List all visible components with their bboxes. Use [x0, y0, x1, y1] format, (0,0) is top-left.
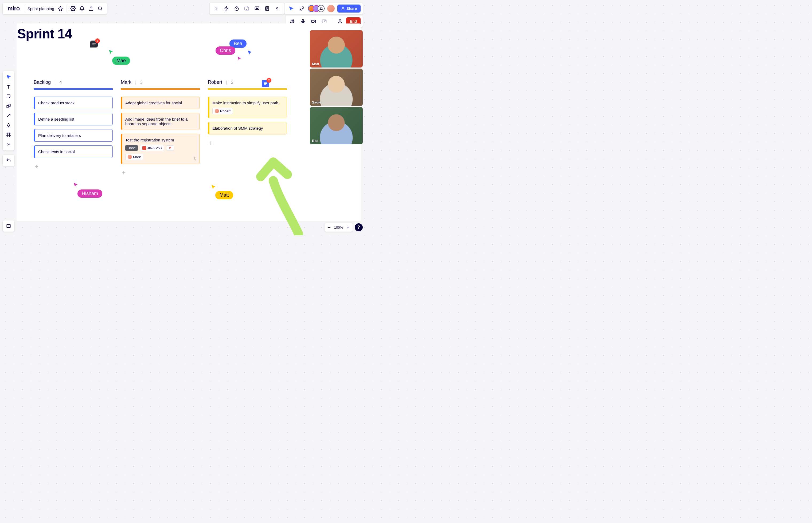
- tools-toolbar: [3, 71, 14, 150]
- reactions-icon[interactable]: [297, 4, 306, 13]
- column-count: 4: [59, 80, 62, 85]
- collab-toolbar: 12 Share: [284, 3, 363, 14]
- column-name: Robert: [208, 79, 222, 85]
- participant-avatars[interactable]: 12: [308, 5, 325, 12]
- column-name: Mark: [121, 79, 132, 85]
- frame-tool-icon[interactable]: [4, 130, 13, 139]
- video-name: Matt: [312, 62, 319, 66]
- add-card-button[interactable]: +: [34, 162, 40, 171]
- assignee-chip[interactable]: Mark: [125, 154, 143, 160]
- card-text: Check product stock: [38, 101, 74, 105]
- zoom-out-button[interactable]: −: [326, 224, 332, 230]
- video-name: Bea: [312, 139, 318, 143]
- share-button[interactable]: Share: [338, 4, 361, 13]
- cursor-hisham: Hisham: [77, 190, 102, 198]
- avatar-overflow[interactable]: 12: [317, 5, 325, 12]
- board-name[interactable]: Sprint planning: [26, 6, 56, 11]
- card-text: Adapt global creatives for social: [125, 101, 182, 105]
- card[interactable]: Make instruction to simplify user path R…: [208, 96, 287, 118]
- chevron-right-icon[interactable]: [212, 4, 221, 13]
- help-button[interactable]: ?: [355, 223, 363, 231]
- assignee-name: Robert: [220, 109, 230, 113]
- zoom-in-button[interactable]: +: [345, 224, 351, 230]
- export-icon[interactable]: [87, 4, 96, 13]
- comment-icon[interactable]: 3: [90, 40, 98, 48]
- card[interactable]: Check product stock: [34, 96, 113, 109]
- card-text: Elaboration of SMM strategy: [212, 126, 263, 130]
- column-count: 3: [140, 80, 142, 85]
- card[interactable]: Define a seeding list: [34, 113, 113, 125]
- status-chip[interactable]: Done: [125, 145, 138, 151]
- card-text: Add image ideas from the brief to a boar…: [125, 117, 188, 126]
- svg-rect-10: [302, 19, 304, 22]
- jira-id: JIRA-253: [147, 146, 161, 150]
- jira-icon: [142, 146, 146, 150]
- more-tools-icon[interactable]: [4, 140, 13, 149]
- card-meta: Done JIRA-253: [125, 145, 195, 151]
- svg-rect-11: [311, 20, 314, 22]
- svg-rect-3: [245, 7, 249, 10]
- timer-icon[interactable]: [232, 4, 241, 13]
- cursor-icon: [237, 56, 242, 62]
- avatar-icon: [128, 155, 132, 159]
- miro-logo[interactable]: miro: [5, 5, 22, 12]
- card[interactable]: Test the registration system Done JIRA-2…: [121, 134, 200, 164]
- sticky-tool-icon[interactable]: [4, 92, 13, 101]
- cursor-chris: Chris: [215, 47, 235, 55]
- cursor-follow-icon[interactable]: [287, 4, 296, 13]
- pen-tool-icon[interactable]: [4, 121, 13, 130]
- card-meta: Mark: [125, 154, 195, 160]
- present-icon[interactable]: [253, 4, 261, 13]
- column-robert[interactable]: Robert | 2 Make instruction to simplify …: [208, 79, 287, 177]
- more-icon[interactable]: [273, 4, 282, 13]
- bolt-icon[interactable]: [222, 4, 231, 13]
- embed-icon[interactable]: [242, 4, 251, 13]
- board-title[interactable]: Sprint 14: [17, 26, 72, 42]
- apps-toolbar: [210, 3, 284, 14]
- card[interactable]: Adapt global creatives for social: [121, 96, 200, 109]
- star-icon[interactable]: [56, 4, 65, 13]
- self-avatar[interactable]: [327, 5, 335, 12]
- text-tool-icon[interactable]: [4, 82, 13, 91]
- settings-icon[interactable]: [68, 4, 77, 13]
- shape-tool-icon[interactable]: [4, 102, 13, 110]
- arrow-tool-icon[interactable]: [4, 111, 13, 120]
- column-header: Robert | 2: [208, 79, 287, 90]
- panel-icon: [4, 221, 13, 231]
- column-backlog[interactable]: Backlog | 4 Check product stock Define a…: [34, 79, 113, 177]
- zoom-level[interactable]: 100%: [334, 226, 343, 230]
- video-tile-sadie[interactable]: Sadie: [310, 69, 363, 106]
- jira-chip[interactable]: JIRA-253: [140, 145, 164, 151]
- cursor-icon: [73, 182, 79, 189]
- undo-toolbar: [3, 155, 14, 166]
- search-icon[interactable]: [96, 4, 105, 13]
- assignee-chip[interactable]: Robert: [212, 108, 233, 114]
- column-mark[interactable]: Mark | 3 Adapt global creatives for soci…: [121, 79, 200, 177]
- card[interactable]: Elaboration of SMM strategy: [208, 122, 287, 134]
- minimap-button[interactable]: [3, 220, 14, 232]
- divider: |: [135, 80, 136, 85]
- svg-point-6: [342, 7, 344, 8]
- cursor-icon: [210, 184, 217, 191]
- share-label: Share: [346, 6, 357, 11]
- card[interactable]: Add image ideas from the brief to a boar…: [121, 113, 200, 130]
- select-tool-icon[interactable]: [4, 73, 13, 82]
- comment-badge: 3: [95, 38, 100, 43]
- zoom-box: − 100% +: [325, 223, 352, 232]
- svg-point-8: [292, 20, 293, 21]
- priority-chip[interactable]: [166, 145, 174, 151]
- video-tile-matt[interactable]: Matt: [310, 30, 363, 68]
- add-card-button[interactable]: +: [208, 138, 214, 148]
- add-card-button[interactable]: +: [121, 168, 127, 177]
- card[interactable]: Check texts in social: [34, 145, 113, 158]
- cursor-mae: Mae: [112, 57, 130, 65]
- bell-icon[interactable]: [77, 4, 87, 13]
- column-header: Mark | 3: [121, 79, 200, 90]
- svg-point-1: [98, 7, 102, 10]
- notes-icon[interactable]: [262, 4, 272, 13]
- undo-icon[interactable]: [4, 156, 13, 165]
- video-tile-bea[interactable]: Bea: [310, 107, 363, 144]
- card-text: Define a seeding list: [38, 117, 74, 122]
- cursor-icon: [247, 50, 253, 57]
- card[interactable]: Plan delivery to retailers: [34, 129, 113, 142]
